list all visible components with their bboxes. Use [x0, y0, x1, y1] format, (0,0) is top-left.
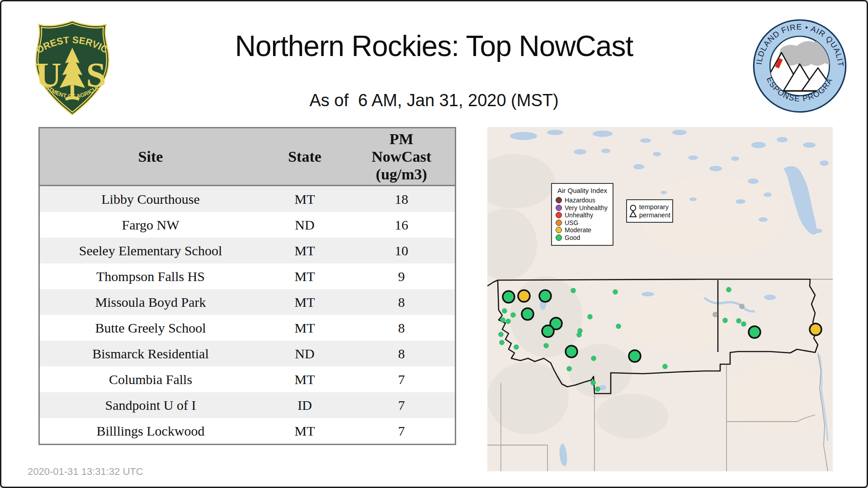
legend-item-moderate: Moderate	[556, 226, 609, 234]
permanent-monitor-good	[591, 380, 596, 385]
temporary-monitor-good	[503, 291, 514, 303]
monitor-type-symbols	[629, 202, 637, 220]
report-slide: FOREST SERVICE U S DEPARTMENT OF AGRICUL…	[0, 0, 868, 488]
permanent-monitor-good	[726, 287, 731, 292]
pm-cell: 7	[348, 418, 456, 445]
pm-cell: 9	[348, 263, 456, 289]
permanent-symbol-icon	[630, 211, 637, 217]
permanent-monitor-good	[511, 313, 516, 318]
permanent-monitor-good	[723, 318, 728, 323]
monitor-type-legend: temporary permanent	[626, 199, 673, 223]
legend-item-good: Good	[556, 234, 609, 242]
legend-item-unhealthy: Unhealthy	[556, 211, 609, 219]
table-row: Columbia FallsMT7	[39, 366, 456, 392]
site-cell: Missoula Boyd Park	[39, 289, 262, 315]
very-unhealthy-swatch-icon	[556, 205, 562, 211]
permanent-monitor-good	[595, 387, 600, 392]
permanent-monitor-good	[663, 364, 668, 369]
pm-cell: 7	[348, 366, 456, 392]
column-header-pm-nowcast: PMNowCast(ug/m3)	[348, 128, 456, 186]
legend-item-very-unhealthy: Very Unhealthy	[556, 204, 609, 212]
permanent-monitor-good	[500, 340, 505, 345]
basemap	[487, 127, 833, 471]
permanent-monitor-inactive	[713, 312, 718, 317]
permanent-label: permanent	[639, 211, 670, 219]
temporary-monitor-good	[539, 290, 551, 302]
table-row: Billlings LockwoodMT7	[39, 418, 456, 445]
state-cell: MT	[261, 186, 348, 212]
permanent-monitor-good	[514, 345, 519, 350]
forest-service-logo: FOREST SERVICE U S DEPARTMENT OF AGRICUL…	[27, 19, 118, 116]
generated-timestamp: 2020-01-31 13:31:32 UTC	[28, 466, 143, 478]
temporary-monitor-good	[749, 326, 760, 338]
permanent-monitor-good	[577, 333, 582, 338]
state-cell: MT	[261, 263, 348, 289]
table-row: Libby CourthouseMT18	[39, 186, 456, 212]
permanent-monitor-good	[591, 356, 596, 361]
pm-cell: 10	[348, 238, 456, 263]
state-cell: MT	[261, 238, 348, 263]
unhealthy-swatch-icon	[556, 212, 562, 218]
aqi-legend-title: Air Quality Index	[556, 187, 609, 194]
page-title: Northern Rockies: Top NowCast	[137, 29, 731, 63]
temporary-symbol-icon	[630, 205, 636, 211]
nowcast-table: Site State PMNowCast(ug/m3) Libby Courth…	[38, 127, 456, 445]
temporary-monitor-good	[522, 308, 533, 320]
permanent-monitor-good	[500, 318, 505, 323]
permanent-monitor-good	[736, 319, 741, 324]
site-cell: Seeley Elementary School	[39, 238, 262, 263]
usg-swatch-icon	[556, 220, 562, 226]
state-cell: MT	[261, 418, 348, 445]
moderate-swatch-icon	[556, 227, 562, 233]
state-cell: ID	[261, 392, 348, 418]
permanent-monitor-good	[544, 343, 549, 348]
table-row: Seeley Elementary SchoolMT10	[39, 238, 456, 263]
legend-item-hazardous: Hazardous	[556, 197, 609, 204]
temporary-monitor-moderate	[810, 324, 821, 335]
hazardous-swatch-icon	[556, 197, 562, 203]
permanent-monitor-good	[613, 290, 618, 295]
pm-cell: 16	[348, 212, 456, 238]
good-swatch-icon	[556, 235, 562, 241]
permanent-monitor-good	[499, 332, 504, 337]
site-cell: Thompson Falls HS	[39, 263, 262, 289]
table-row: Sandpoint U of IID7	[39, 392, 456, 418]
state-cell: MT	[261, 366, 348, 392]
wfaqrp-logo: WILDLAND FIRE • AIR QUALITY RESPONSE PRO…	[752, 18, 848, 114]
pm-cell: 8	[348, 289, 456, 315]
table-row: Missoula Boyd ParkMT8	[39, 289, 456, 315]
pm-cell: 18	[348, 186, 456, 212]
permanent-monitor-good	[571, 288, 576, 293]
pm-cell: 7	[348, 392, 456, 418]
temporary-label: temporary	[639, 203, 670, 211]
temporary-monitor-moderate	[518, 290, 530, 302]
site-cell: Billlings Lockwood	[39, 418, 262, 445]
temporary-monitor-good	[566, 346, 577, 357]
permanent-monitor-inactive	[740, 304, 745, 309]
legend-item-usg: USG	[556, 219, 609, 227]
permanent-monitor-good	[616, 324, 621, 329]
table-row: Butte Greely SchoolMT8	[39, 315, 456, 341]
column-header-site: Site	[39, 128, 262, 186]
permanent-monitor-good	[567, 366, 572, 371]
as-of-subtitle: As of 6 AM, Jan 31, 2020 (MST)	[137, 91, 731, 110]
site-cell: Libby Courthouse	[39, 186, 262, 212]
site-cell: Bismarck Residential	[39, 341, 262, 366]
monitor-map: Air Quality Index Hazardous Very Unhealt…	[487, 127, 833, 471]
table-row: Fargo NWND16	[39, 212, 456, 238]
state-cell: MT	[261, 289, 348, 315]
aqi-legend: Air Quality Index Hazardous Very Unhealt…	[551, 183, 613, 246]
state-cell: ND	[261, 212, 348, 238]
table-row: Bismarck ResidentialND8	[39, 341, 456, 366]
site-cell: Fargo NW	[39, 212, 262, 238]
permanent-monitor-good	[502, 309, 507, 314]
state-cell: MT	[261, 315, 348, 341]
table-header-row: Site State PMNowCast(ug/m3)	[39, 128, 456, 186]
permanent-monitor-good	[506, 319, 511, 324]
site-cell: Butte Greely School	[39, 315, 262, 341]
permanent-monitor-good	[741, 322, 746, 327]
permanent-monitor-good	[588, 314, 593, 319]
temporary-monitor-good	[629, 350, 641, 362]
pm-cell: 8	[348, 341, 456, 366]
site-cell: Sandpoint U of I	[39, 392, 262, 418]
